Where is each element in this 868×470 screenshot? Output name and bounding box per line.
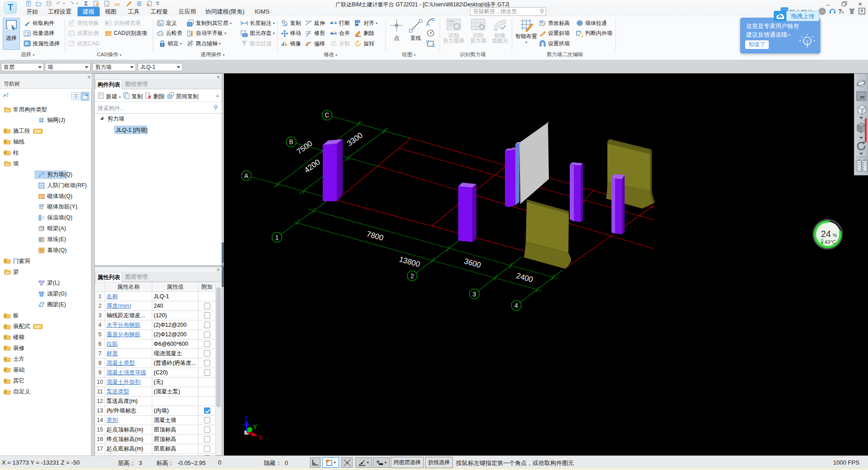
svg-text:X: X xyxy=(258,434,263,441)
svg-text:%: % xyxy=(833,233,837,238)
svg-text:3300: 3300 xyxy=(345,131,364,148)
svg-text:2400: 2400 xyxy=(515,271,534,284)
svg-text:C: C xyxy=(325,111,329,119)
svg-text:1: 1 xyxy=(275,234,279,241)
svg-text:3: 3 xyxy=(473,291,476,298)
svg-text:3600: 3600 xyxy=(463,257,482,269)
svg-text:4: 4 xyxy=(514,302,518,309)
svg-text:B: B xyxy=(289,138,293,145)
svg-text:24: 24 xyxy=(821,229,831,239)
svg-text:4200: 4200 xyxy=(303,158,322,175)
svg-text:43°C: 43°C xyxy=(824,239,836,245)
svg-text:13800: 13800 xyxy=(398,255,421,269)
svg-text:A: A xyxy=(244,172,249,179)
svg-text:7500: 7500 xyxy=(295,139,314,156)
svg-text:Y: Y xyxy=(253,423,257,431)
svg-text:2: 2 xyxy=(411,272,414,280)
svg-text:7800: 7800 xyxy=(366,229,385,242)
svg-text:CAD: CAD xyxy=(105,32,112,35)
svg-text:Z: Z xyxy=(244,415,248,422)
